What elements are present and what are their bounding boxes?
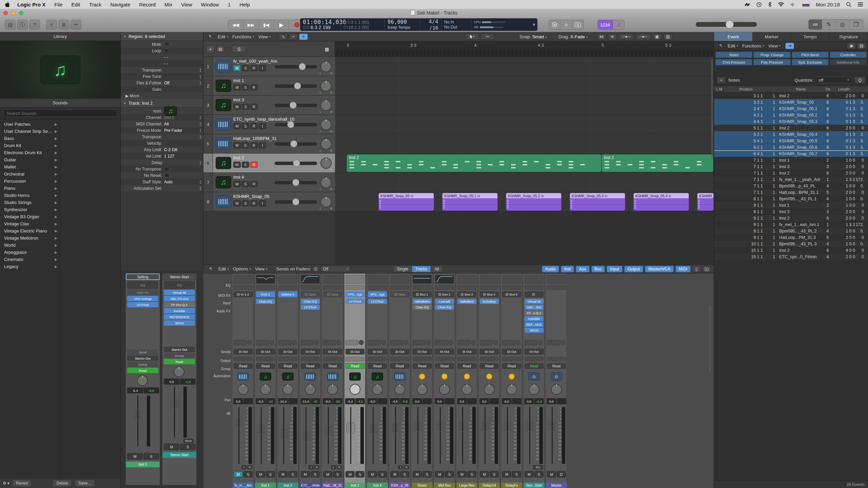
track-header-inst-2[interactable]: 6♫Inst 2MSRLR [203, 154, 335, 173]
mixer-menu-edit[interactable]: Edit ▾ [216, 266, 231, 272]
audio-fx-echoboy[interactable]: EchoBoy [480, 299, 499, 304]
channel-strip-inst-1[interactable]: Kick 2Chan EQSt OutRead♫-5,0-13036912151… [255, 273, 276, 488]
action-gear-icon[interactable]: ⚙ ▾ [3, 481, 9, 486]
strip-name[interactable]: ETC_...#min [300, 483, 321, 488]
channel-strip-ksh-p-05[interactable]: ○InputSt OutRead-4,9-5,90369121518212430… [389, 273, 410, 488]
waveform-zoom-icon[interactable]: ≋ [608, 34, 617, 40]
delete-button[interactable]: Delete [53, 480, 72, 487]
strip-name[interactable]: KSH...p_05 [389, 483, 410, 488]
automation-mode-button[interactable]: Read [278, 363, 297, 369]
track-param-row[interactable]: Freeze Mode:Pre Fader▴▾ [121, 127, 203, 134]
input-slot[interactable]: ○Bus 3 [457, 291, 476, 297]
tuner-button[interactable]: ⋔ [560, 20, 572, 29]
output-button[interactable]: St Out [502, 349, 521, 354]
send-slot[interactable] [480, 340, 493, 345]
menu-item-view[interactable]: View [181, 2, 192, 7]
audio-fx-lfotool[interactable]: LFOTool [301, 305, 320, 310]
arrange-menu-edit[interactable]: Edit ▾ [216, 34, 230, 40]
sends-label[interactable]: Send [127, 349, 158, 355]
midi-region-inst-2[interactable]: Inst 2 [601, 154, 713, 172]
channel-strip-etc-min[interactable]: ○InputChan EQLFOToolSt OutRead-13,4-4203… [300, 273, 321, 488]
event-row[interactable]: 5 1 11Inst 262 0 00 [714, 125, 868, 131]
revert-button[interactable]: Revert [12, 480, 32, 487]
pan-knob[interactable] [506, 384, 517, 395]
send-slot[interactable] [547, 340, 560, 345]
slider-thumb[interactable] [290, 140, 297, 147]
fader-thumb[interactable] [257, 424, 265, 434]
wifi-icon[interactable] [778, 2, 784, 7]
send-knob[interactable] [336, 340, 341, 345]
slider-thumb[interactable] [292, 198, 299, 205]
audio-region-kshmr-snap-05-3[interactable]: KSHMR_Snap_05.3 ◎ [570, 193, 625, 211]
track-r-button[interactable]: R [250, 123, 258, 129]
fader-thumb[interactable] [302, 431, 310, 442]
group-slot[interactable] [480, 357, 499, 361]
send-slot[interactable] [323, 340, 336, 345]
zoom-lock-icon[interactable]: ▣ [653, 34, 662, 40]
send-slot[interactable] [457, 340, 470, 345]
track-i-button[interactable]: I [259, 65, 266, 71]
volume-fader[interactable]: 03691215182124303540455060 [501, 407, 522, 464]
group-slot[interactable]: Group [127, 362, 158, 367]
group-slot[interactable]: Group [164, 353, 195, 358]
group-slot[interactable] [547, 357, 566, 361]
arrange-menu-view[interactable]: View ▾ [256, 34, 273, 40]
scope-tracks[interactable]: Tracks [412, 266, 431, 272]
automation-mode-button[interactable]: Read [234, 363, 253, 369]
track-volume-slider[interactable] [275, 84, 317, 88]
input-slot[interactable]: Battery 4 [278, 291, 297, 297]
menu-item-record[interactable]: Record [139, 2, 156, 7]
mixer-button[interactable]: ≣ [58, 20, 69, 29]
inspector-toggle-button[interactable]: ⓘ [17, 20, 28, 29]
eq-thumbnail[interactable] [502, 275, 521, 284]
volume-icon[interactable] [790, 2, 796, 7]
master-volume-slider[interactable] [696, 22, 757, 27]
spotlight-icon[interactable] [846, 2, 851, 7]
audio-fx-chan-eq[interactable]: Chan EQ [301, 299, 320, 304]
automation-mode-button[interactable]: Read [457, 363, 476, 369]
solo-button[interactable]: S [266, 471, 275, 477]
audio-fx-lfotool[interactable]: LFOTool [346, 299, 364, 304]
send-knob[interactable] [269, 340, 274, 345]
filter-bus[interactable]: Bus [591, 266, 605, 272]
track-param-row[interactable]: MIDI Channel:All▴▾ [121, 121, 203, 127]
menu-item-1[interactable]: 1 [228, 2, 231, 7]
app-status-icon[interactable] [744, 2, 750, 7]
midi-fx-slot[interactable] [502, 285, 521, 290]
solo-button[interactable]: S [243, 471, 253, 477]
automation-mode-button[interactable]: Read [480, 363, 499, 369]
library-item[interactable]: Studio Strings▶ [0, 199, 60, 206]
event-menu-view[interactable]: View ▾ [766, 43, 783, 49]
group-slot[interactable] [301, 357, 320, 361]
automation-mode-button[interactable]: Read [525, 363, 544, 369]
event-row[interactable]: 6 2 11KSHMR_Snap_05.680 1 33. [714, 144, 868, 150]
automation-mode-button[interactable]: Read [323, 363, 342, 369]
count-in-button[interactable]: 1234 [598, 20, 613, 29]
menu-item-window[interactable]: Window [201, 2, 219, 7]
automation-mode-button[interactable]: Read [435, 363, 454, 369]
volume-fader[interactable]: 03691215182124303540455060 [412, 407, 433, 464]
input-slot[interactable]: ○Bus 5 [502, 291, 521, 297]
time-machine-icon[interactable] [756, 2, 762, 7]
event-row[interactable]: 7 1 11HatLoop...BPM_31.152 0 00 [714, 189, 868, 196]
track-volume-slider[interactable] [275, 65, 317, 68]
output-button[interactable]: Stereo Out [127, 355, 158, 361]
track-pan-knob[interactable]: LR [320, 100, 332, 111]
group-slot[interactable] [234, 357, 253, 361]
volume-fader[interactable]: 03691215182124303540455060 [344, 407, 366, 464]
volume-fader[interactable]: 03691215182124303540455060 [524, 407, 545, 464]
pan-knob[interactable] [372, 384, 383, 395]
pan-knob[interactable] [282, 384, 293, 395]
automation-mode-button[interactable]: Read [301, 363, 320, 369]
library-item[interactable]: World▶ [0, 242, 60, 249]
pan-knob[interactable] [137, 375, 148, 386]
send-slot[interactable] [278, 340, 291, 345]
group-slot[interactable] [346, 357, 364, 361]
solo-button[interactable]: S [143, 453, 159, 460]
smart-controls-button[interactable]: ⌗ [46, 20, 57, 29]
filter-output[interactable]: Output [624, 266, 643, 272]
track-param-row[interactable]: No Reset: [121, 172, 203, 179]
event-row[interactable]: 4 4 11KSHMR_Snap_05.380 1 33. [714, 118, 868, 125]
track-param-row[interactable]: Vel Limit:1 127 [121, 153, 203, 159]
send-slot[interactable] [346, 340, 358, 345]
